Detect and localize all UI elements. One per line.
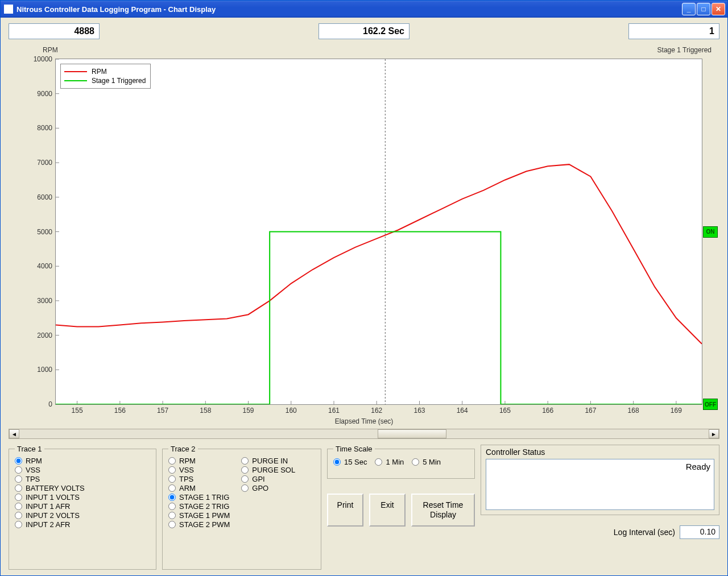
scroll-left-button[interactable]: ◄ [9,429,19,438]
trace1-radio[interactable] [15,503,22,510]
x-tick-label: 164 [457,404,468,415]
timescale-label: 1 Min [386,458,404,466]
trace1-label: INPUT 2 AFR [26,520,71,529]
trace2-option[interactable]: VSS [168,466,230,474]
x-tick-label: 157 [157,404,168,415]
trace2-radio[interactable] [168,512,176,519]
plot-box[interactable]: RPM Stage 1 Triggered ON OFF 01000200030… [55,59,702,405]
scroll-track[interactable] [19,429,709,438]
y-tick-label: 4000 [16,262,56,270]
print-button[interactable]: Print [327,494,363,527]
trace2-label: PURGE SOL [252,466,295,474]
trace2-option[interactable]: STAGE 1 PWM [168,511,230,520]
trace2-option[interactable]: GPI [241,475,295,483]
x-axis-label: Elapsed Time (sec) [335,417,394,425]
timescale-label: 15 Sec [344,458,367,466]
trace2-option[interactable]: STAGE 1 TRIG [168,493,230,502]
trace2-radio[interactable] [168,457,176,465]
controller-status-title: Controller Status [486,447,714,457]
trace2-label: PURGE IN [252,457,288,465]
trace1-title: Trace 1 [15,445,44,453]
trace2-option[interactable]: STAGE 2 PWM [168,520,230,529]
trace1-option[interactable]: INPUT 1 AFR [15,502,150,511]
trace1-radio[interactable] [15,475,22,483]
trace1-option[interactable]: TPS [15,475,150,483]
horizontal-scrollbar[interactable]: ◄ ► [9,429,719,439]
x-tick-label: 159 [243,404,254,415]
trace1-option[interactable]: INPUT 2 VOLTS [15,511,150,520]
y-tick-label: 0 [16,400,56,408]
x-tick-label: 155 [72,404,83,415]
trace2-label: STAGE 2 PWM [179,520,230,529]
trace1-radio[interactable] [15,466,22,474]
trace1-label: TPS [26,475,40,483]
trace2-radio[interactable] [241,457,249,465]
controller-status-box: Controller Status Ready [481,445,719,515]
titlebar[interactable]: Nitrous Controller Data Logging Program … [1,1,727,18]
trace1-radio[interactable] [15,512,22,519]
trace1-radio[interactable] [15,521,22,528]
tag-off: OFF [703,399,718,410]
y-tick-label: 9000 [16,90,56,98]
trace2-radio[interactable] [168,484,176,492]
trace1-radio[interactable] [15,494,22,501]
timescale-radio[interactable] [412,458,419,466]
trace2-radio[interactable] [241,475,249,483]
legend-swatch [64,80,87,81]
trace2-radio[interactable] [168,503,176,510]
trace2-label: STAGE 1 TRIG [179,493,229,502]
reset-time-button[interactable]: Reset Time Display [411,494,475,527]
trace2-option[interactable]: PURGE IN [241,457,295,465]
trace2-label: RPM [179,457,196,465]
legend: RPM Stage 1 Triggered [60,64,151,89]
y-axis-left-label: RPM [43,46,58,54]
trace2-radio[interactable] [168,475,176,483]
log-interval-value[interactable]: 0.10 [680,525,719,539]
timescale-radio[interactable] [375,458,382,466]
trace1-label: VSS [26,466,40,474]
trace1-option[interactable]: RPM [15,457,150,465]
timescale-radio[interactable] [333,458,341,466]
timescale-option[interactable]: 5 Min [412,458,441,466]
readout-time: 162.2 Sec [318,23,410,39]
timescale-option[interactable]: 15 Sec [333,458,367,466]
y-tick-label: 5000 [16,228,56,236]
trace2-option[interactable]: RPM [168,457,230,465]
trace1-label: BATTERY VOLTS [26,484,85,492]
minimize-button[interactable]: _ [682,3,696,15]
scroll-right-button[interactable]: ► [709,429,719,438]
trace2-option[interactable]: PURGE SOL [241,466,295,474]
trace2-radio[interactable] [241,484,249,492]
trace1-option[interactable]: VSS [15,466,150,474]
trace2-option[interactable]: GPO [241,484,295,492]
x-tick-label: 165 [499,404,511,415]
trace2-radio[interactable] [168,494,176,501]
trace2-option[interactable]: STAGE 2 TRIG [168,502,230,511]
trace1-option[interactable]: INPUT 1 VOLTS [15,493,150,502]
trace1-option[interactable]: BATTERY VOLTS [15,484,150,492]
x-tick-label: 167 [585,404,596,415]
trace2-group: Trace 2 RPMVSSTPSARMSTAGE 1 TRIGSTAGE 2 … [162,445,321,570]
trace1-label: INPUT 1 VOLTS [26,493,80,502]
x-tick-label: 163 [413,404,425,415]
chart-area: RPM Stage 1 Triggered RPM Stage 1 Trigge… [9,43,719,426]
trace2-option[interactable]: TPS [168,475,230,483]
chart-svg [56,59,702,404]
trace1-radio[interactable] [15,457,22,465]
trace2-radio[interactable] [168,521,176,528]
x-tick-label: 166 [542,404,553,415]
timescale-option[interactable]: 1 Min [375,458,404,466]
trace2-label: VSS [179,466,194,474]
legend-label: RPM [92,68,107,76]
maximize-button[interactable]: □ [697,3,710,15]
y-tick-label: 2000 [16,331,56,339]
trace1-option[interactable]: INPUT 2 AFR [15,520,150,529]
trace1-radio[interactable] [15,484,22,492]
y-tick-label: 10000 [16,55,56,63]
trace2-option[interactable]: ARM [168,484,230,492]
trace2-radio[interactable] [241,466,249,474]
trace2-radio[interactable] [168,466,176,474]
scroll-thumb[interactable] [378,429,446,438]
close-button[interactable]: ✕ [712,3,725,15]
exit-button[interactable]: Exit [369,494,406,527]
